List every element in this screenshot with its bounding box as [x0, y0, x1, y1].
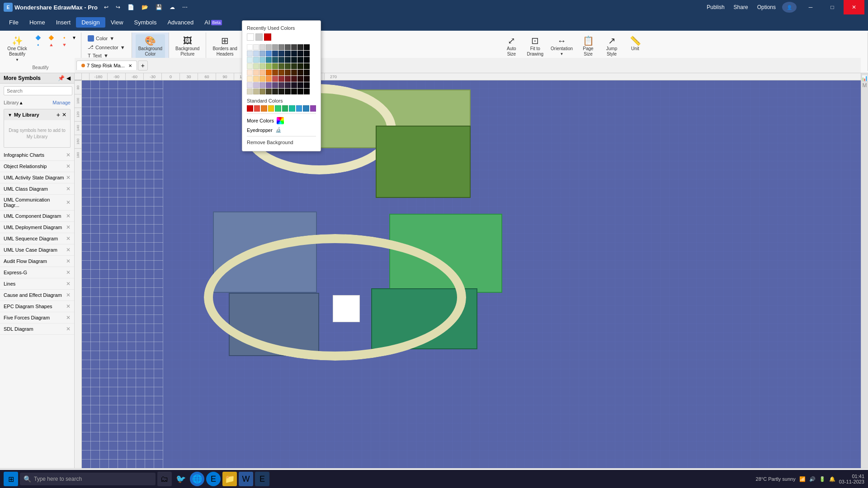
cp-color-cell[interactable] — [272, 82, 278, 88]
orientation-button[interactable]: ↔ Orientation ▼ — [548, 34, 576, 58]
beautify-style-4[interactable]: 🔹 — [32, 42, 44, 48]
open-button[interactable]: 📂 — [139, 3, 151, 11]
cp-color-cell[interactable] — [272, 63, 278, 69]
sidebar-item-epc-diagram[interactable]: EPC Diagram Shapes ✕ — [0, 301, 74, 312]
color-button[interactable]: Color ▼ — [85, 34, 128, 42]
taskbar-app-bird[interactable]: 🐦 — [174, 472, 188, 486]
auto-size-button[interactable]: ⤢ AutoSize — [500, 34, 522, 59]
symbol-close-icon[interactable]: ✕ — [66, 314, 71, 321]
cp-std-color-cell[interactable] — [268, 105, 274, 112]
diagram-canvas[interactable] — [82, 80, 861, 468]
cp-color-cell[interactable] — [304, 44, 310, 50]
beautify-style-3[interactable]: 🔸 — [58, 34, 71, 41]
cp-std-color-cell[interactable] — [296, 105, 302, 112]
shape-olive-right[interactable] — [376, 126, 471, 198]
beautify-style-1[interactable]: 🔷 — [32, 34, 44, 41]
my-library-header[interactable]: ▼ My Library + ✕ — [4, 109, 70, 120]
sidebar-item-sdl-diagram[interactable]: SDL Diagram ✕ — [0, 324, 74, 335]
cp-color-cell[interactable] — [285, 70, 291, 75]
cp-color-cell[interactable] — [253, 82, 259, 88]
cp-color-cell[interactable] — [285, 51, 291, 56]
new-button[interactable]: 📄 — [125, 3, 137, 11]
symbol-close-icon[interactable]: ✕ — [66, 303, 71, 310]
sidebar-item-object-relationship[interactable]: Object Relationship ✕ — [0, 161, 74, 172]
cp-color-cell[interactable] — [297, 76, 303, 82]
menu-file[interactable]: File — [4, 17, 24, 28]
cp-color-cell[interactable] — [285, 44, 291, 50]
cp-color-cell[interactable] — [266, 82, 272, 88]
sidebar-item-uml-deployment[interactable]: UML Deployment Diagram ✕ — [0, 222, 74, 233]
cp-color-cell[interactable] — [278, 76, 284, 82]
cp-color-cell[interactable] — [278, 51, 284, 56]
sidebar-item-cause-effect[interactable]: Cause and Effect Diagram ✕ — [0, 290, 74, 301]
cp-color-cell[interactable] — [285, 57, 291, 63]
one-click-beautify-button[interactable]: ✨ One ClickBeautify ▼ — [4, 34, 31, 64]
cp-color-cell[interactable] — [304, 70, 310, 75]
cp-color-cell[interactable] — [278, 57, 284, 63]
cp-color-cell[interactable] — [266, 63, 272, 69]
cp-color-cell[interactable] — [291, 76, 297, 82]
cp-color-cell[interactable] — [304, 51, 310, 56]
taskbar-app-browser[interactable]: 🌐 — [190, 472, 204, 486]
symbol-close-icon[interactable]: ✕ — [66, 199, 71, 206]
cp-color-cell[interactable] — [247, 89, 253, 94]
cp-recent-white[interactable] — [247, 33, 254, 41]
menu-design[interactable]: Design — [76, 17, 105, 28]
beautify-style-6[interactable]: 🔻 — [58, 42, 71, 48]
cp-color-cell[interactable] — [304, 76, 310, 82]
user-avatar[interactable]: 👤 — [782, 2, 797, 13]
cp-color-cell[interactable] — [272, 44, 278, 50]
cp-color-cell[interactable] — [272, 57, 278, 63]
symbol-close-icon[interactable]: ✕ — [66, 163, 71, 169]
share-button[interactable]: Share — [731, 3, 751, 11]
cp-color-cell[interactable] — [297, 44, 303, 50]
cp-color-cell[interactable] — [278, 44, 284, 50]
cp-color-cell[interactable] — [304, 89, 310, 94]
diagram-tab-active[interactable]: 7 Step Risk Ma... ✕ — [76, 61, 137, 70]
cp-color-cell[interactable] — [297, 70, 303, 75]
cloud-button[interactable]: ☁ — [167, 3, 178, 11]
symbol-close-icon[interactable]: ✕ — [66, 213, 71, 219]
close-button[interactable]: ✕ — [844, 0, 864, 14]
symbol-close-icon[interactable]: ✕ — [66, 235, 71, 242]
my-library-add-icon[interactable]: + — [57, 111, 60, 118]
cp-color-cell[interactable] — [266, 57, 272, 63]
cp-color-cell[interactable] — [297, 51, 303, 56]
taskbar-app-edraw[interactable]: E — [255, 472, 269, 486]
unit-button[interactable]: 📏 Unit — [624, 34, 646, 53]
add-tab-button[interactable]: + — [138, 61, 148, 70]
cp-color-cell[interactable] — [253, 57, 259, 63]
taskbar-app-word[interactable]: W — [239, 472, 253, 486]
fit-to-drawing-button[interactable]: ⊡ Fit toDrawing — [524, 34, 546, 59]
cp-color-cell[interactable] — [247, 70, 253, 75]
cp-color-cell[interactable] — [259, 76, 265, 82]
cp-color-cell[interactable] — [247, 76, 253, 82]
cp-std-color-cell[interactable] — [247, 105, 253, 112]
symbol-close-icon[interactable]: ✕ — [66, 152, 71, 158]
cp-color-cell[interactable] — [259, 63, 265, 69]
taskbar-app-edge[interactable]: E — [206, 472, 221, 486]
cp-color-cell[interactable] — [266, 44, 272, 50]
cp-color-cell[interactable] — [291, 51, 297, 56]
menu-advanced[interactable]: Advanced — [162, 17, 199, 28]
my-library-close-icon[interactable]: ✕ — [62, 112, 66, 118]
sidebar-item-uml-sequence[interactable]: UML Sequence Diagram ✕ — [0, 233, 74, 244]
taskbar-app-file[interactable]: 📁 — [222, 472, 237, 486]
menu-symbols[interactable]: Symbols — [129, 17, 162, 28]
taskbar-app-windows[interactable]: 🗂 — [157, 472, 172, 486]
cp-color-cell[interactable] — [259, 89, 265, 94]
cp-color-cell[interactable] — [291, 44, 297, 50]
cp-std-color-cell[interactable] — [282, 105, 288, 112]
cp-color-cell[interactable] — [247, 63, 253, 69]
cp-color-cell[interactable] — [297, 63, 303, 69]
minimize-button[interactable]: ─ — [800, 0, 821, 14]
cp-color-cell[interactable] — [291, 57, 297, 63]
cp-more-colors[interactable]: More Colors — [247, 116, 316, 126]
cp-std-color-cell[interactable] — [254, 105, 260, 112]
symbol-close-icon[interactable]: ✕ — [66, 186, 71, 192]
redo-button[interactable]: ↪ — [113, 3, 123, 11]
connector-button[interactable]: ⎇ Connector ▼ — [85, 43, 128, 51]
taskbar-search-box[interactable]: 🔍 Type here to search — [20, 473, 156, 485]
cp-color-cell[interactable] — [253, 51, 259, 56]
cp-std-color-cell[interactable] — [310, 105, 316, 112]
